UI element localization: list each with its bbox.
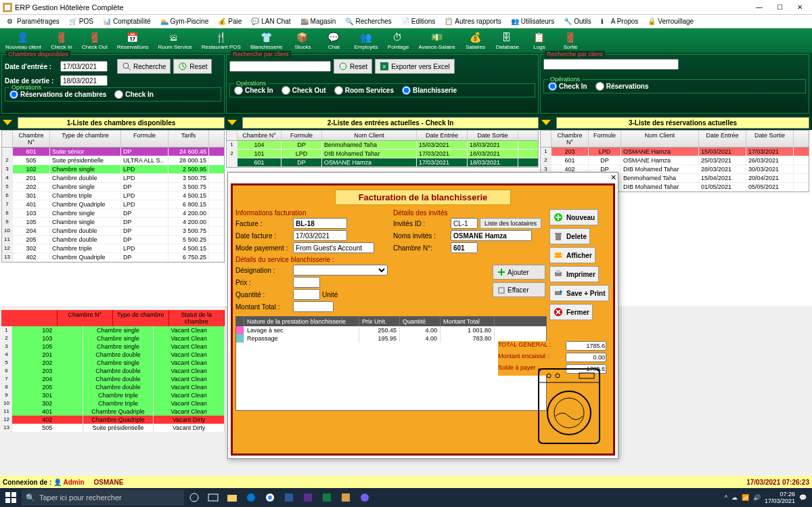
chrome-icon[interactable] [261,489,279,506]
date-facture-input[interactable] [293,230,347,241]
start-button[interactable] [1,489,20,506]
export-excel-button[interactable]: XExporter vers Excel [375,59,455,74]
prix-input[interactable] [293,277,320,288]
ribbon-nouveau-client[interactable]: 👤Nouveau client [1,30,45,51]
effacer-button[interactable]: Effacer [493,282,545,297]
menu-comptabilité[interactable]: 📊Comptabilité [99,16,155,27]
search-client-input-1[interactable] [229,61,331,72]
date-sortie-input[interactable] [60,75,108,86]
table-row[interactable]: 8103Chambre singleDP4 200.00 [2,209,224,218]
modal-close-button[interactable]: ✕ [610,173,616,182]
table-row[interactable]: 7204Chambre doubleVacant Clean [1,375,225,383]
grid-status-chambres[interactable]: Chambre N°Type de chambreStatut de la ch… [1,310,225,432]
table-row[interactable]: 12402Chambre QuadripleVacant Dirty [1,416,225,424]
viber-icon[interactable] [356,489,374,506]
tray-sound-icon[interactable]: 🔊 [753,494,761,501]
radio-reservations-2[interactable]: Réservations [595,82,649,91]
table-row[interactable]: 8205Chambre doubleVacant Clean [1,383,225,391]
table-row[interactable]: 1102Chambre singleVacant Clean [1,326,225,334]
cortana-icon[interactable] [185,489,203,506]
ribbon-sortie[interactable]: 🚪Sortie [556,30,585,51]
table-row[interactable]: 10302Chambre tripleVacant Clean [1,399,225,407]
recherche-button[interactable]: Recherche [117,59,171,74]
montant-total-input[interactable] [293,301,334,312]
mode-input[interactable] [293,242,374,253]
table-row[interactable]: 3105Chambre singleVacant Clean [1,343,225,351]
montant-encaisse-input[interactable] [566,353,606,362]
ribbon-check-in[interactable]: 🚪Check In [47,30,76,51]
table-row[interactable]: 11401Chambre QuadripleVacant Clean [1,407,225,416]
radio-reservations[interactable]: Réservations de chambres [9,90,106,99]
ribbon-blanchisserie[interactable]: 👕Blanchisserie [246,30,287,51]
table-row[interactable]: 4201Chambre doubleVacant Clean [1,351,225,359]
excel-icon[interactable] [318,489,336,506]
radio-checkin-1[interactable]: Check In [114,90,154,99]
reset-button-2[interactable]: Reset [334,59,372,74]
menu-editions[interactable]: 📄Editions [397,16,440,27]
vs-icon[interactable] [299,489,317,506]
ribbon-logs[interactable]: 📋Logs [524,30,554,51]
invite-id-input[interactable] [451,218,478,229]
table-row[interactable]: 1601Suite séniorDP24 600.45 [2,148,224,156]
menu-recherches[interactable]: 🔍Recherches [341,16,395,27]
grid-chambres[interactable]: Chambre N°Type de chambreFormuleTarifs16… [1,130,225,263]
table-row[interactable]: 3102Chambre singleLPD2 500.95 [2,165,224,174]
table-row[interactable]: 13505Suite présidentielleVacant Dirty [1,424,225,432]
radio-checkin-2[interactable]: Check In [234,86,273,95]
table-row[interactable]: 7401Chambre QuadripleLPD6 800.15 [2,200,224,209]
table-row[interactable]: 9301Chambre tripleVacant Clean [1,391,225,399]
table-row[interactable]: 3601DPOSMANE Hamza17/03/202118/03/2021 [227,158,538,167]
fermer-button[interactable]: Fermer [549,304,593,320]
save-print-button[interactable]: Save + Print [549,285,609,301]
menu-utilisateurs[interactable]: 👥Utilisateurs [507,16,558,27]
ribbon-database[interactable]: 🗄Database [492,30,523,51]
menu-paie[interactable]: 💰Paie [214,16,246,27]
radio-checkout[interactable]: Check Out [281,86,326,95]
table-row[interactable]: 10204Chambre doubleDP3 500.75 [2,227,224,236]
date-entree-input[interactable] [60,61,108,72]
quantite-input[interactable] [293,289,320,300]
ribbon-salaires[interactable]: 💰Salaires [461,30,491,51]
table-row[interactable]: 1203LPDOSMANE Hamza15/03/202117/03/2021 [541,148,809,156]
delete-button[interactable]: Delete [549,228,590,244]
table-row[interactable]: 6301Chambre tripleLPD4 500.15 [2,192,224,200]
ribbon-room-service[interactable]: 🛎Room Service [154,30,196,51]
minimize-button[interactable]: — [750,1,769,14]
tray-notification-icon[interactable]: 💬 [799,494,807,501]
grid-checkins[interactable]: Chambre N°FormuleNom ClientDate EntréeDa… [226,130,539,168]
menu-pos[interactable]: 🛒POS [65,16,97,27]
maximize-button[interactable]: ☐ [770,1,789,14]
table-row[interactable]: 4201Chambre doubleLPD3 500.75 [2,174,224,183]
menu-gym-piscine[interactable]: 🏊Gym-Piscine [156,16,213,27]
radio-blanchisserie[interactable]: Blanchisserie [402,86,457,95]
noms-input[interactable] [451,230,532,241]
designation-select[interactable] [293,265,388,275]
table-row[interactable]: 2103Chambre singleVacant Clean [1,334,225,343]
menu-lan-chat[interactable]: 💬LAN Chat [247,16,294,27]
facture-input[interactable] [293,218,347,229]
task-view-icon[interactable] [204,489,222,506]
explorer-icon[interactable] [223,489,241,506]
menu-magasin[interactable]: 🏬Magasin [296,16,340,27]
taskbar-search[interactable]: 🔍Taper ici pour rechercher [22,489,184,506]
menu-verrouillage[interactable]: 🔒Verrouillage [644,16,698,27]
menu-autres-rapports[interactable]: 📋Autres rapports [441,16,505,27]
table-row[interactable]: 13402Chambre QuadripleDP6 750.25 [2,253,224,262]
close-button[interactable]: ✕ [790,1,809,14]
menu-outils[interactable]: 🔧Outils [560,16,595,27]
ribbon-pointage[interactable]: ⏱Pointage [384,30,413,51]
ribbon-réservations[interactable]: 📅Réservations [113,30,153,51]
ribbon-employés[interactable]: 👥Employés [350,30,382,51]
menu-a-propos[interactable]: ℹA Propos [597,16,643,27]
chambre-input[interactable] [451,242,478,253]
table-row[interactable]: 1104DPBenmohamed Taha15/03/202118/03/202… [227,141,538,150]
table-row[interactable]: 6203Chambre doubleVacant Clean [1,367,225,375]
table-row[interactable]: 11205Chambre doubleDP5 500.25 [2,236,224,244]
tray-cloud-icon[interactable]: ☁ [731,494,738,501]
word-icon[interactable] [280,489,298,506]
ribbon-avance-salaire[interactable]: 💵Avance-Salaire [415,30,459,51]
liste-locataires-button[interactable]: Liste des locataires [480,218,541,229]
ribbon-restaurant-pos[interactable]: 🍴Restaurant POS [198,30,245,51]
tray-up-icon[interactable]: ^ [725,494,727,501]
table-row[interactable]: 5202Chambre singleDP3 500.75 [2,183,224,192]
